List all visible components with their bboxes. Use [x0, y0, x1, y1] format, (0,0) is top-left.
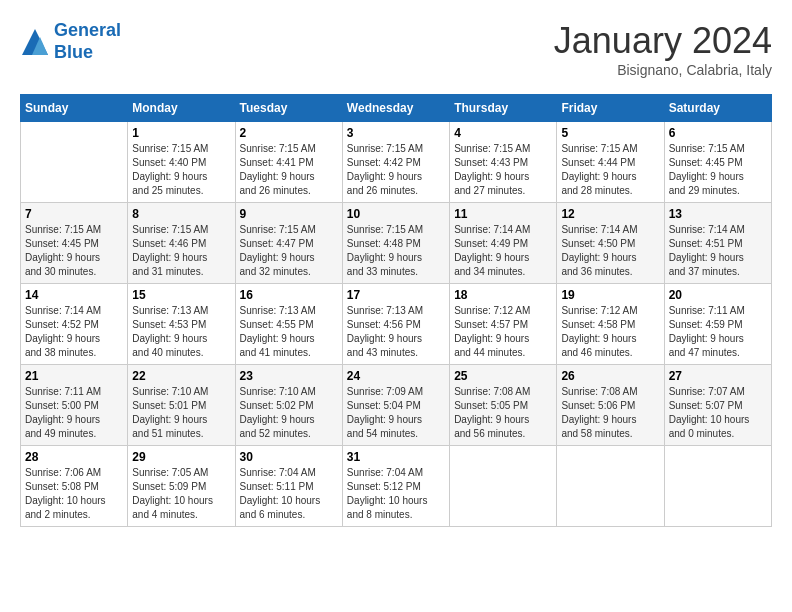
day-info: Sunrise: 7:15 AMSunset: 4:48 PMDaylight:… — [347, 223, 445, 279]
day-number: 7 — [25, 207, 123, 221]
day-number: 24 — [347, 369, 445, 383]
day-number: 5 — [561, 126, 659, 140]
day-number: 13 — [669, 207, 767, 221]
day-info: Sunrise: 7:15 AMSunset: 4:41 PMDaylight:… — [240, 142, 338, 198]
day-number: 6 — [669, 126, 767, 140]
calendar-cell: 27Sunrise: 7:07 AMSunset: 5:07 PMDayligh… — [664, 365, 771, 446]
day-number: 26 — [561, 369, 659, 383]
header-cell-wednesday: Wednesday — [342, 95, 449, 122]
day-info: Sunrise: 7:06 AMSunset: 5:08 PMDaylight:… — [25, 466, 123, 522]
calendar-cell — [450, 446, 557, 527]
day-info: Sunrise: 7:15 AMSunset: 4:43 PMDaylight:… — [454, 142, 552, 198]
logo-icon — [20, 27, 50, 57]
calendar-week-1: 1Sunrise: 7:15 AMSunset: 4:40 PMDaylight… — [21, 122, 772, 203]
calendar-cell: 10Sunrise: 7:15 AMSunset: 4:48 PMDayligh… — [342, 203, 449, 284]
day-number: 14 — [25, 288, 123, 302]
calendar-cell: 18Sunrise: 7:12 AMSunset: 4:57 PMDayligh… — [450, 284, 557, 365]
day-info: Sunrise: 7:09 AMSunset: 5:04 PMDaylight:… — [347, 385, 445, 441]
day-info: Sunrise: 7:15 AMSunset: 4:40 PMDaylight:… — [132, 142, 230, 198]
calendar-cell: 19Sunrise: 7:12 AMSunset: 4:58 PMDayligh… — [557, 284, 664, 365]
calendar-week-5: 28Sunrise: 7:06 AMSunset: 5:08 PMDayligh… — [21, 446, 772, 527]
day-info: Sunrise: 7:07 AMSunset: 5:07 PMDaylight:… — [669, 385, 767, 441]
calendar-cell: 2Sunrise: 7:15 AMSunset: 4:41 PMDaylight… — [235, 122, 342, 203]
calendar-week-3: 14Sunrise: 7:14 AMSunset: 4:52 PMDayligh… — [21, 284, 772, 365]
calendar-cell: 29Sunrise: 7:05 AMSunset: 5:09 PMDayligh… — [128, 446, 235, 527]
day-info: Sunrise: 7:08 AMSunset: 5:06 PMDaylight:… — [561, 385, 659, 441]
day-number: 12 — [561, 207, 659, 221]
day-number: 16 — [240, 288, 338, 302]
header-cell-thursday: Thursday — [450, 95, 557, 122]
day-info: Sunrise: 7:15 AMSunset: 4:45 PMDaylight:… — [25, 223, 123, 279]
day-number: 18 — [454, 288, 552, 302]
page-header: General Blue January 2024 Bisignano, Cal… — [20, 20, 772, 78]
day-number: 22 — [132, 369, 230, 383]
header-cell-monday: Monday — [128, 95, 235, 122]
calendar-cell: 24Sunrise: 7:09 AMSunset: 5:04 PMDayligh… — [342, 365, 449, 446]
day-info: Sunrise: 7:14 AMSunset: 4:50 PMDaylight:… — [561, 223, 659, 279]
day-number: 19 — [561, 288, 659, 302]
logo-line2: Blue — [54, 42, 93, 62]
calendar-cell: 15Sunrise: 7:13 AMSunset: 4:53 PMDayligh… — [128, 284, 235, 365]
day-number: 11 — [454, 207, 552, 221]
day-info: Sunrise: 7:08 AMSunset: 5:05 PMDaylight:… — [454, 385, 552, 441]
day-info: Sunrise: 7:04 AMSunset: 5:11 PMDaylight:… — [240, 466, 338, 522]
calendar-cell — [557, 446, 664, 527]
day-number: 21 — [25, 369, 123, 383]
day-info: Sunrise: 7:04 AMSunset: 5:12 PMDaylight:… — [347, 466, 445, 522]
day-number: 27 — [669, 369, 767, 383]
day-number: 31 — [347, 450, 445, 464]
day-info: Sunrise: 7:15 AMSunset: 4:44 PMDaylight:… — [561, 142, 659, 198]
header-cell-sunday: Sunday — [21, 95, 128, 122]
calendar-cell: 7Sunrise: 7:15 AMSunset: 4:45 PMDaylight… — [21, 203, 128, 284]
day-info: Sunrise: 7:14 AMSunset: 4:49 PMDaylight:… — [454, 223, 552, 279]
day-number: 15 — [132, 288, 230, 302]
calendar-cell: 4Sunrise: 7:15 AMSunset: 4:43 PMDaylight… — [450, 122, 557, 203]
title-block: January 2024 Bisignano, Calabria, Italy — [554, 20, 772, 78]
day-number: 25 — [454, 369, 552, 383]
day-info: Sunrise: 7:12 AMSunset: 4:57 PMDaylight:… — [454, 304, 552, 360]
day-number: 8 — [132, 207, 230, 221]
calendar-cell — [21, 122, 128, 203]
day-number: 30 — [240, 450, 338, 464]
day-info: Sunrise: 7:13 AMSunset: 4:56 PMDaylight:… — [347, 304, 445, 360]
calendar-week-4: 21Sunrise: 7:11 AMSunset: 5:00 PMDayligh… — [21, 365, 772, 446]
month-title: January 2024 — [554, 20, 772, 62]
day-info: Sunrise: 7:10 AMSunset: 5:01 PMDaylight:… — [132, 385, 230, 441]
header-row: SundayMondayTuesdayWednesdayThursdayFrid… — [21, 95, 772, 122]
day-number: 4 — [454, 126, 552, 140]
day-number: 2 — [240, 126, 338, 140]
day-info: Sunrise: 7:15 AMSunset: 4:42 PMDaylight:… — [347, 142, 445, 198]
header-cell-tuesday: Tuesday — [235, 95, 342, 122]
day-info: Sunrise: 7:12 AMSunset: 4:58 PMDaylight:… — [561, 304, 659, 360]
calendar-cell: 26Sunrise: 7:08 AMSunset: 5:06 PMDayligh… — [557, 365, 664, 446]
day-info: Sunrise: 7:11 AMSunset: 5:00 PMDaylight:… — [25, 385, 123, 441]
day-number: 20 — [669, 288, 767, 302]
calendar-cell: 20Sunrise: 7:11 AMSunset: 4:59 PMDayligh… — [664, 284, 771, 365]
logo-line1: General — [54, 20, 121, 40]
day-info: Sunrise: 7:10 AMSunset: 5:02 PMDaylight:… — [240, 385, 338, 441]
day-info: Sunrise: 7:15 AMSunset: 4:45 PMDaylight:… — [669, 142, 767, 198]
calendar-cell: 31Sunrise: 7:04 AMSunset: 5:12 PMDayligh… — [342, 446, 449, 527]
day-number: 28 — [25, 450, 123, 464]
day-number: 3 — [347, 126, 445, 140]
calendar-cell: 25Sunrise: 7:08 AMSunset: 5:05 PMDayligh… — [450, 365, 557, 446]
calendar-cell: 12Sunrise: 7:14 AMSunset: 4:50 PMDayligh… — [557, 203, 664, 284]
day-info: Sunrise: 7:15 AMSunset: 4:47 PMDaylight:… — [240, 223, 338, 279]
calendar-cell: 5Sunrise: 7:15 AMSunset: 4:44 PMDaylight… — [557, 122, 664, 203]
header-cell-friday: Friday — [557, 95, 664, 122]
calendar-cell: 3Sunrise: 7:15 AMSunset: 4:42 PMDaylight… — [342, 122, 449, 203]
calendar-cell: 9Sunrise: 7:15 AMSunset: 4:47 PMDaylight… — [235, 203, 342, 284]
calendar-cell: 17Sunrise: 7:13 AMSunset: 4:56 PMDayligh… — [342, 284, 449, 365]
calendar-cell: 21Sunrise: 7:11 AMSunset: 5:00 PMDayligh… — [21, 365, 128, 446]
day-info: Sunrise: 7:15 AMSunset: 4:46 PMDaylight:… — [132, 223, 230, 279]
calendar-cell: 8Sunrise: 7:15 AMSunset: 4:46 PMDaylight… — [128, 203, 235, 284]
day-number: 10 — [347, 207, 445, 221]
calendar-cell: 16Sunrise: 7:13 AMSunset: 4:55 PMDayligh… — [235, 284, 342, 365]
day-number: 9 — [240, 207, 338, 221]
calendar-cell: 28Sunrise: 7:06 AMSunset: 5:08 PMDayligh… — [21, 446, 128, 527]
day-info: Sunrise: 7:05 AMSunset: 5:09 PMDaylight:… — [132, 466, 230, 522]
calendar-cell — [664, 446, 771, 527]
day-info: Sunrise: 7:13 AMSunset: 4:55 PMDaylight:… — [240, 304, 338, 360]
calendar-cell: 6Sunrise: 7:15 AMSunset: 4:45 PMDaylight… — [664, 122, 771, 203]
location-subtitle: Bisignano, Calabria, Italy — [554, 62, 772, 78]
